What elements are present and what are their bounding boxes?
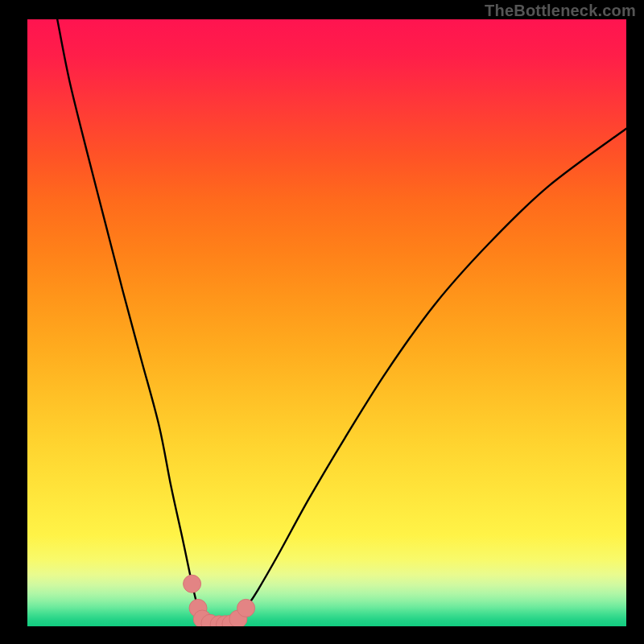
marker-point [237, 599, 255, 617]
plot-area [27, 19, 626, 626]
curve-layer [27, 19, 626, 626]
bottleneck-curve [57, 19, 626, 625]
watermark-text: TheBottleneck.com [485, 2, 636, 20]
marker-point [184, 575, 201, 592]
chart-frame: TheBottleneck.com [0, 0, 644, 644]
marker-group [184, 575, 255, 626]
